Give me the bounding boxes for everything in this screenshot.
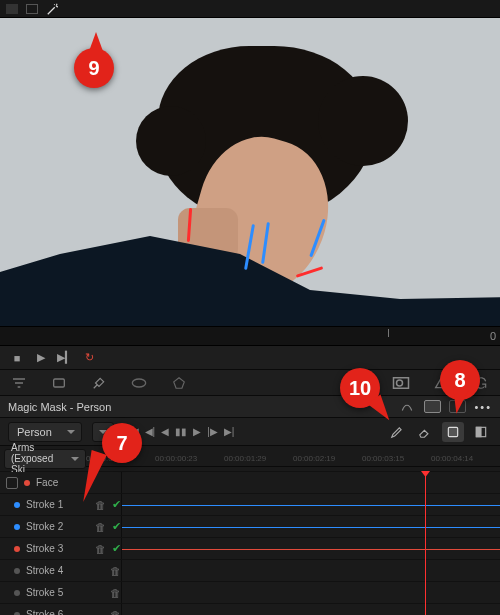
stroke-list: Face Stroke 1 🗑 ✔ Stroke 2 🗑 ✔ Stroke 3 …	[0, 472, 500, 615]
svg-rect-5	[476, 427, 481, 436]
window-icon[interactable]	[50, 374, 68, 392]
svg-rect-4	[448, 427, 457, 436]
group-color-icon	[24, 480, 30, 486]
stroke-enabled-icon[interactable]: ✔	[112, 498, 121, 511]
node-toolbar	[0, 370, 500, 396]
annotation-badge: 10	[340, 368, 380, 408]
track-next-kf-button[interactable]: |▶	[207, 426, 218, 437]
magic-wand-icon[interactable]	[46, 2, 60, 16]
magic-mask-toolbar: Person |◀ ◀| ◀ ▮▮ ▶ |▶ ▶|	[0, 418, 500, 446]
tc-label: 00:00:03:15	[362, 454, 431, 463]
view-mode-a[interactable]	[424, 400, 441, 413]
stroke-label: Stroke 4	[26, 565, 63, 576]
svg-point-1	[132, 379, 145, 387]
delete-stroke-button[interactable]: 🗑	[110, 587, 121, 599]
stroke-enabled-icon[interactable]: ✔	[112, 542, 121, 555]
stroke-label: Stroke 2	[26, 521, 63, 532]
disclosure-icon[interactable]	[6, 477, 18, 489]
stroke-enabled-icon[interactable]: ✔	[112, 520, 121, 533]
track-prev-kf-button[interactable]: ◀|	[145, 426, 156, 437]
stroke-color-icon	[14, 524, 20, 530]
viewer-mode-b[interactable]	[26, 4, 38, 14]
timecode-ruler[interactable]: 00:00:00:00 00:00:00:23 00:00:01:29 00:0…	[86, 451, 500, 467]
toggle-overlay-button[interactable]	[442, 422, 464, 442]
tc-label: 00:00:04:14	[431, 454, 500, 463]
mask-mode-dropdown[interactable]: Person	[8, 422, 82, 442]
svg-rect-0	[54, 379, 65, 387]
stroke-color-icon	[14, 590, 20, 596]
stroke-color-icon	[14, 502, 20, 508]
stop-button[interactable]: ■	[8, 351, 26, 365]
polygon-icon[interactable]	[170, 374, 188, 392]
annotation-badge: 7	[102, 423, 142, 463]
group-label: Face	[36, 477, 58, 488]
qualifier-icon[interactable]	[10, 374, 28, 392]
stroke-label: Stroke 3	[26, 543, 63, 554]
transport-bar: ■ ▶ ▶▎ ↻	[0, 346, 500, 370]
delete-stroke-button[interactable]: 🗑	[95, 499, 106, 511]
playhead-tick-icon	[388, 329, 389, 337]
play-button[interactable]: ▶	[32, 351, 50, 365]
annotation-badge: 9	[74, 48, 114, 88]
track-last-button[interactable]: ▶|	[224, 426, 235, 437]
tc-label: 00:00:02:19	[293, 454, 362, 463]
panel-title: Magic Mask - Person	[8, 401, 111, 413]
svg-point-3	[397, 380, 403, 386]
track-back-button[interactable]: ◀	[161, 426, 169, 437]
delete-stroke-button[interactable]: 🗑	[110, 565, 121, 577]
tracking-controls: |◀ ◀| ◀ ▮▮ ▶ |▶ ▶|	[128, 426, 234, 437]
annotation-badge: 8	[440, 360, 480, 400]
mask-mode-value: Person	[17, 426, 52, 438]
invert-mask-button[interactable]	[470, 422, 492, 442]
feature-select-row: Arms (Exposed Ski 00:00:00:00 00:00:00:2…	[0, 446, 500, 472]
show-paths-icon[interactable]	[398, 398, 416, 416]
timeline-playhead[interactable]	[425, 472, 426, 615]
viewer-top-toolbar	[0, 0, 500, 18]
delete-stroke-button[interactable]: 🗑	[95, 543, 106, 555]
feature-value: Arms (Exposed Ski	[11, 442, 67, 475]
next-clip-button[interactable]: ▶▎	[56, 351, 74, 365]
viewer-mode-a[interactable]	[6, 4, 18, 14]
stroke-lane	[122, 549, 500, 550]
viewer-ruler[interactable]: 0	[0, 326, 500, 346]
track-pause-button[interactable]: ▮▮	[175, 426, 187, 437]
delete-stroke-button[interactable]: 🗑	[95, 521, 106, 533]
stroke-label: Stroke 6	[26, 609, 63, 615]
stroke-color-icon	[14, 546, 20, 552]
eraser-tool-button[interactable]	[414, 422, 436, 442]
stroke-label: Stroke 1	[26, 499, 63, 510]
track-fwd-button[interactable]: ▶	[193, 426, 201, 437]
stroke-color-icon	[14, 568, 20, 574]
tc-label: 00:00:00:23	[155, 454, 224, 463]
stroke-label: Stroke 5	[26, 587, 63, 598]
loop-button[interactable]: ↻	[80, 351, 98, 365]
stroke-color-icon	[14, 612, 20, 616]
stroke-lane	[122, 527, 500, 528]
viewer-timecode: 0	[490, 330, 496, 342]
stroke-lane	[122, 505, 500, 506]
more-options-icon[interactable]: •••	[474, 401, 492, 413]
mask-overlay-icon[interactable]	[392, 374, 410, 392]
feature-dropdown[interactable]: Arms (Exposed Ski	[4, 449, 86, 469]
ellipse-icon[interactable]	[130, 374, 148, 392]
tc-label: 00:00:01:29	[224, 454, 293, 463]
picker-icon[interactable]	[90, 374, 108, 392]
delete-stroke-button[interactable]: 🗑	[110, 609, 121, 616]
magic-mask-header: Magic Mask - Person •••	[0, 396, 500, 418]
